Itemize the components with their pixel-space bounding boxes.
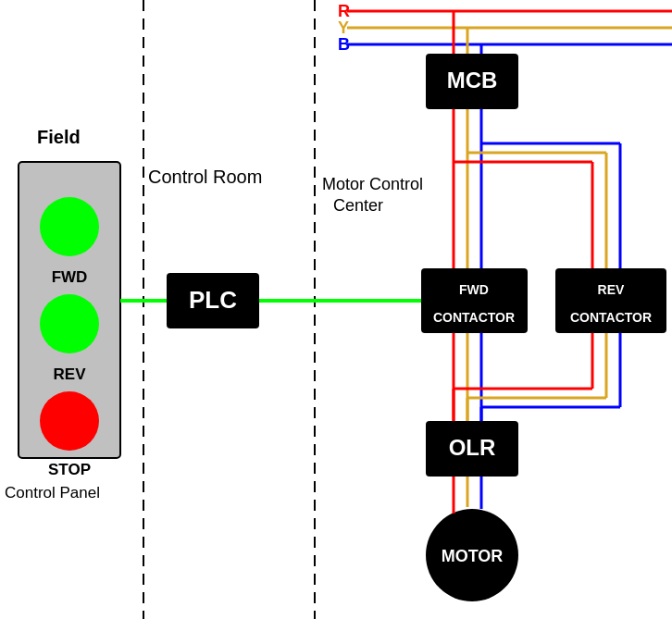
control-panel-label: Control Panel [5,484,100,501]
stop-button[interactable] [40,391,99,451]
mcb-label: MCB [447,68,498,93]
rev-contactor-label1: REV [598,282,625,297]
mcc-label2: Center [333,196,383,215]
plc-label: PLC [189,286,237,314]
mcc-label: Motor Control [322,175,423,193]
rev-contactor-label2: CONTACTOR [570,310,652,325]
olr-label: OLR [449,435,496,460]
fwd-button-label: FWD [52,268,88,286]
motor-control-diagram: Field Control Room Motor Control Center … [0,0,672,619]
fwd-button[interactable] [40,197,99,256]
fwd-contactor-label1: FWD [459,282,489,297]
rev-button[interactable] [40,294,99,353]
control-room-label: Control Room [148,167,262,187]
motor-label: MOTOR [442,547,504,565]
fwd-contactor-label2: CONTACTOR [433,310,515,325]
rev-button-label: REV [54,365,87,383]
stop-button-label: STOP [48,461,91,478]
field-label: Field [37,127,81,147]
